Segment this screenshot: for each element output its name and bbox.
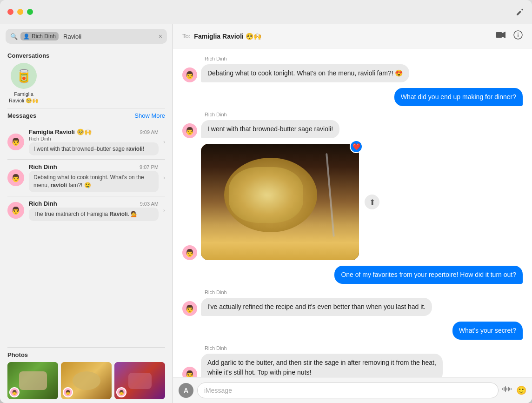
sender-name: Rich Dinh [205, 56, 523, 61]
message-bubble: One of my favorites from your repertoire… [334, 266, 523, 284]
msg-header: Rich Dinh 9:07 PM [29, 163, 159, 170]
photo-avatar: 👨 [116, 387, 126, 397]
message-list: 👨 Famiglia Ravioli 🥺🙌 9:09 AM Rich Dinh … [0, 125, 173, 347]
message-input[interactable]: iMessage [197, 383, 499, 398]
photo-thumbnail[interactable]: 👨 [61, 362, 112, 399]
message-bubble: I've actually refined the recipe and it'… [201, 298, 432, 316]
avatar: 👨 [182, 123, 197, 138]
chat-messages: Rich Dinh 👨 Debating what to cook tonigh… [173, 48, 532, 377]
search-bar: 🔍 👤 Rich Dinh Ravioli × [0, 24, 173, 48]
chat-area: To: Famiglia Ravioli 🥺🙌 [173, 24, 532, 403]
conversations-section: Conversations 🥫 Famiglia Ravioli 🥺🙌 [0, 48, 173, 108]
input-placeholder: iMessage [204, 387, 232, 394]
svg-rect-6 [504, 387, 505, 391]
conversation-name: Famiglia Ravioli 🥺🙌 [7, 91, 40, 104]
list-item[interactable]: 👨 Rich Dinh 9:03 AM The true matriarch o… [0, 196, 173, 225]
to-label: To: [182, 33, 190, 40]
search-input[interactable]: 🔍 👤 Rich Dinh Ravioli × [6, 29, 167, 44]
message-bubble: I went with that browned-butter sage rav… [201, 120, 339, 138]
svg-point-4 [518, 33, 519, 34]
message-row: One of my favorites from your repertoire… [182, 266, 523, 284]
message-bubble: Debating what to cook tonight. What's on… [201, 64, 409, 82]
photos-grid: 👨 👨 👨 [7, 362, 165, 399]
message-group: Rich Dinh 👨 Debating what to cook tonigh… [182, 56, 523, 82]
message-row: 👨 Debating what to cook tonight. What's … [182, 64, 523, 82]
sidebar: 🔍 👤 Rich Dinh Ravioli × Conversations 🥫 … [0, 24, 173, 403]
avatar: 👨 [7, 202, 24, 219]
msg-preview: The true matriarch of Famiglia Ravioli. … [29, 208, 159, 221]
avatar: 👨 [182, 301, 197, 316]
chevron-icon: › [163, 175, 165, 181]
msg-info: Famiglia Ravioli 🥺🙌 9:09 AM Rich Dinh I … [29, 128, 159, 156]
msg-preview: I went with that browned–butter sage rav… [29, 142, 159, 156]
photos-section: Photos 👨 👨 [0, 348, 173, 403]
msg-group-name: Rich Dinh [29, 163, 57, 170]
message-group: Rich Dinh 👨 I've actually refined the re… [182, 289, 523, 316]
messages-section-header: Messages Show More [0, 108, 173, 125]
emoji-icon[interactable]: 🙂 [516, 385, 526, 396]
close-button[interactable] [7, 9, 13, 15]
photos-header: Photos [7, 351, 165, 358]
input-bar: A iMessage [173, 377, 532, 403]
info-icon[interactable] [513, 30, 523, 42]
avatar: 👨 [182, 367, 197, 377]
show-more-button[interactable]: Show More [134, 112, 165, 119]
svg-rect-8 [506, 388, 507, 390]
sender-name: Rich Dinh [205, 345, 523, 351]
maximize-button[interactable] [27, 9, 33, 15]
chevron-icon: › [163, 139, 165, 145]
chat-header: To: Famiglia Ravioli 🥺🙌 [173, 24, 532, 48]
svg-rect-0 [496, 32, 502, 38]
search-clear-button[interactable]: × [159, 33, 162, 40]
svg-marker-1 [502, 32, 505, 38]
compose-icon[interactable] [515, 7, 525, 17]
video-icon[interactable] [496, 31, 506, 41]
share-button[interactable]: ⬆ [365, 195, 379, 209]
message-row: What's your secret? [182, 322, 523, 340]
photo-thumbnail[interactable]: 👨 [7, 362, 58, 399]
conversation-item[interactable]: 🥫 Famiglia Ravioli 🥺🙌 [7, 63, 40, 104]
chat-header-icons [496, 30, 523, 42]
avatar: 👨 [7, 134, 24, 150]
minimize-button[interactable] [17, 9, 23, 15]
message-row: 👨 I've actually refined the recipe and i… [182, 298, 523, 316]
msg-preview: Debating what to cook tonight. What's on… [29, 171, 159, 192]
list-item[interactable]: 👨 Rich Dinh 9:07 PM Debating what to coo… [0, 160, 173, 196]
message-bubble: What did you end up making for dinner? [394, 88, 523, 106]
msg-time: 9:07 PM [140, 164, 159, 170]
msg-info: Rich Dinh 9:03 AM The true matriarch of … [29, 200, 159, 221]
title-bar [0, 0, 532, 24]
msg-header: Rich Dinh 9:03 AM [29, 200, 159, 207]
photo-thumbnail[interactable]: 👨 [114, 362, 165, 399]
sender-name: Rich Dinh [205, 112, 523, 117]
appstore-button[interactable]: A [179, 383, 193, 398]
message-bubble: What's your secret? [452, 322, 523, 340]
msg-time: 9:09 AM [140, 129, 159, 135]
photo-avatar: 👨 [63, 387, 73, 397]
message-row: 👨 Add garlic to the butter, and then sti… [182, 354, 523, 377]
svg-rect-11 [511, 388, 512, 390]
list-item[interactable]: 👨 Famiglia Ravioli 🥺🙌 9:09 AM Rich Dinh … [0, 125, 173, 160]
message-row: 👨 I went with that browned-butter sage r… [182, 120, 523, 138]
search-icon: 🔍 [10, 33, 18, 40]
main-content: 🔍 👤 Rich Dinh Ravioli × Conversations 🥫 … [0, 24, 532, 403]
avatar: 👨 [7, 169, 24, 186]
audio-waveform-icon[interactable] [502, 385, 512, 395]
conversation-avatar: 🥫 [11, 63, 37, 89]
messages-window: 🔍 👤 Rich Dinh Ravioli × Conversations 🥫 … [0, 0, 532, 403]
svg-rect-10 [509, 388, 510, 390]
msg-header: Famiglia Ravioli 🥺🙌 9:09 AM [29, 128, 159, 135]
search-tag: 👤 Rich Dinh [20, 32, 59, 40]
chat-recipient: Famiglia Ravioli 🥺🙌 [194, 33, 261, 40]
svg-rect-7 [505, 386, 506, 392]
msg-time: 9:03 AM [140, 201, 159, 207]
image-bubble[interactable] [201, 144, 359, 260]
title-bar-right [515, 7, 525, 17]
chevron-icon: › [163, 207, 165, 214]
svg-rect-5 [502, 388, 503, 390]
msg-info: Rich Dinh 9:07 PM Debating what to cook … [29, 163, 159, 192]
avatar: 👨 [182, 67, 197, 82]
reaction-badge: ❤️ [350, 140, 363, 153]
message-group: Rich Dinh 👨 Add garlic to the butter, an… [182, 345, 523, 377]
message-row: 👨 ❤️ ⬆ [182, 144, 523, 260]
